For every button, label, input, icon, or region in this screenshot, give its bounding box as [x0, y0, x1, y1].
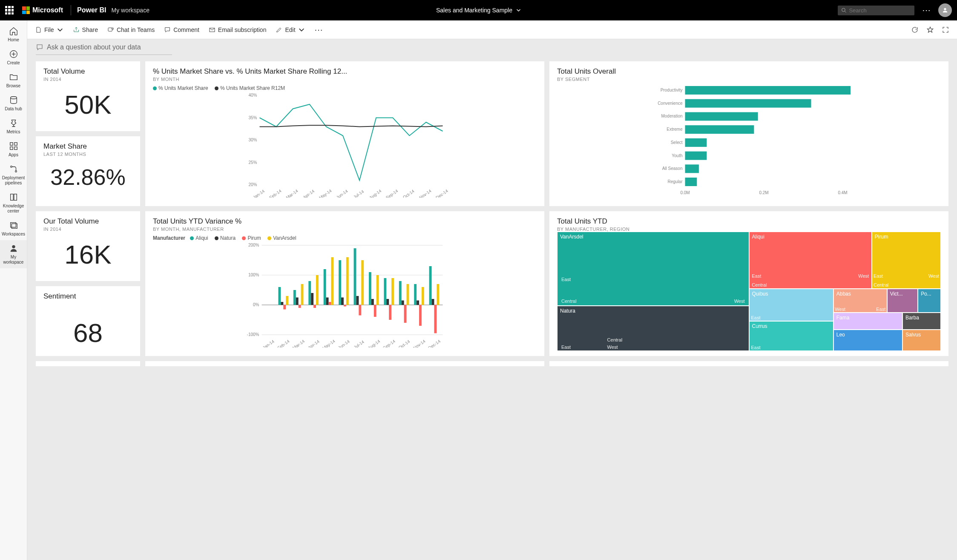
svg-point-2: [944, 8, 946, 10]
microsoft-logo: Microsoft: [22, 6, 63, 14]
search-icon: [841, 7, 846, 13]
svg-line-1: [845, 11, 846, 12]
top-bar: Microsoft Power BI My workspace Sales an…: [0, 0, 957, 20]
more-options-icon[interactable]: ⋯: [922, 5, 931, 15]
search-input[interactable]: [838, 6, 914, 15]
chevron-down-icon: [516, 8, 521, 13]
report-title-dropdown[interactable]: Sales and Marketing Sample: [436, 7, 521, 14]
product-name[interactable]: Power BI: [77, 6, 106, 14]
app-launcher-icon[interactable]: [5, 6, 14, 14]
workspace-name[interactable]: My workspace: [111, 7, 149, 14]
svg-point-0: [842, 8, 845, 11]
user-avatar[interactable]: [938, 3, 952, 17]
